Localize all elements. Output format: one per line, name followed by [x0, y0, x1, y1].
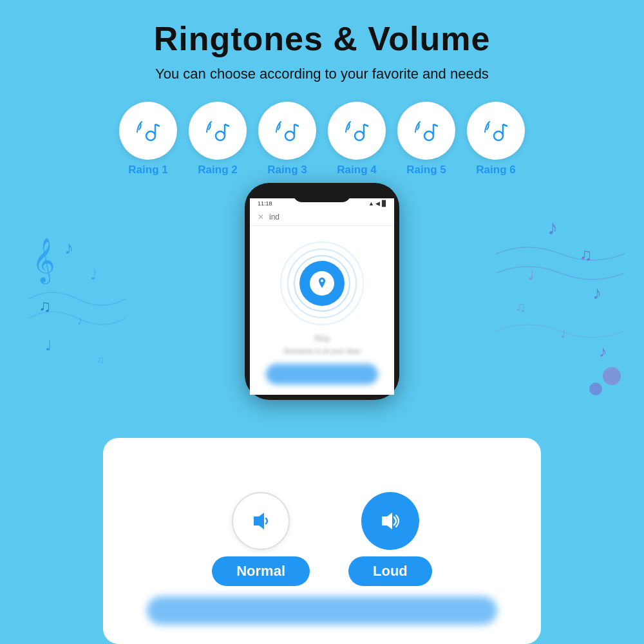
phone-time: 11:18	[258, 200, 272, 207]
normal-volume-label[interactable]: Normal	[212, 556, 310, 586]
ringtone-label-2: Raing 2	[198, 164, 237, 176]
doorbell-ripple[interactable]	[280, 242, 364, 325]
loud-volume-label[interactable]: Loud	[348, 556, 432, 586]
svg-text:𝄞: 𝄞	[32, 238, 55, 285]
svg-point-36	[321, 279, 323, 282]
white-panel: Normal Loud	[103, 438, 541, 644]
doorbell-button[interactable]	[299, 261, 345, 306]
ringtone-item-5[interactable]: Raing 5	[397, 102, 455, 176]
loud-volume-wrap: Loud	[348, 492, 432, 586]
page-title: Ringtones & Volume	[154, 19, 491, 58]
phone-status-icons: ▲ ◀ ▉	[368, 200, 386, 207]
blurred-text-1: Ring	[315, 334, 330, 342]
blurred-text-2: Someone is at your door	[283, 347, 361, 355]
svg-marker-35	[382, 513, 392, 529]
bottom-bar-blurred	[147, 596, 497, 625]
ringtone-label-3: Raing 3	[267, 164, 307, 176]
ringtone-circle-3	[258, 102, 316, 160]
svg-point-9	[355, 131, 364, 140]
ringtone-circle-1	[119, 102, 177, 160]
svg-text:♫: ♫	[97, 354, 104, 365]
ringtone-circle-2	[189, 102, 247, 160]
phone-outer: 11:18 ▲ ◀ ▉ ✕ ind	[245, 183, 399, 400]
svg-text:♪: ♪	[64, 238, 73, 258]
page-subtitle: You can choose according to your favorit…	[155, 66, 489, 82]
svg-point-32	[603, 367, 621, 385]
loud-volume-circle[interactable]	[361, 492, 419, 550]
ringtone-label-1: Raing 1	[128, 164, 167, 176]
svg-text:♫: ♫	[515, 299, 526, 315]
ringtone-label-5: Raing 5	[406, 164, 446, 176]
ringtone-item-3[interactable]: Raing 3	[258, 102, 316, 176]
middle-section: 𝄞 ♪ ♩ ♫ ♪ ♩ ♫ ♪ ♫ ♩ ♪ ♫ ♩ ♪	[0, 183, 644, 644]
phone-app-header: ind	[269, 213, 279, 222]
doorbell-inner	[310, 271, 334, 296]
ringtone-circle-4	[328, 102, 386, 160]
svg-text:♩: ♩	[45, 337, 52, 354]
ringtone-row: Raing 1 Raing 2	[119, 102, 525, 176]
svg-point-12	[424, 131, 433, 140]
phone-close-btn[interactable]: ✕	[258, 213, 264, 222]
normal-volume-circle[interactable]	[232, 492, 290, 550]
ringtone-item-1[interactable]: Raing 1	[119, 102, 177, 176]
svg-marker-34	[254, 513, 264, 529]
page: Ringtones & Volume You can choose accord…	[0, 0, 644, 644]
svg-text:♪: ♪	[599, 343, 607, 360]
svg-text:♩: ♩	[560, 327, 565, 340]
svg-text:♪: ♪	[547, 216, 558, 239]
svg-text:♪: ♪	[592, 283, 601, 303]
music-notes-left: 𝄞 ♪ ♩ ♫ ♪ ♩ ♫	[26, 222, 129, 392]
ringtone-circle-6	[467, 102, 525, 160]
ringtone-item-2[interactable]: Raing 2	[189, 102, 247, 176]
ringtone-item-4[interactable]: Raing 4	[328, 102, 386, 176]
svg-point-33	[589, 383, 602, 395]
ringtone-label-6: Raing 6	[476, 164, 515, 176]
phone-screen: Ring Someone is at your door	[250, 226, 394, 395]
ringtone-circle-5	[397, 102, 455, 160]
svg-text:♩: ♩	[528, 268, 534, 282]
svg-point-6	[285, 131, 294, 140]
svg-text:♫: ♫	[580, 245, 592, 264]
music-notes-right: ♪ ♫ ♩ ♪ ♫ ♩ ♪	[496, 202, 625, 398]
svg-point-0	[146, 131, 155, 140]
svg-point-3	[216, 131, 225, 140]
svg-text:♩: ♩	[90, 267, 97, 283]
phone-bottom-action-bar	[266, 364, 377, 384]
ringtone-label-4: Raing 4	[337, 164, 376, 176]
normal-volume-wrap: Normal	[212, 492, 310, 586]
phone-mockup: 11:18 ▲ ◀ ▉ ✕ ind	[245, 183, 399, 400]
ringtone-item-6[interactable]: Raing 6	[467, 102, 525, 176]
svg-point-15	[494, 131, 503, 140]
volume-buttons-row: Normal Loud	[212, 492, 432, 586]
